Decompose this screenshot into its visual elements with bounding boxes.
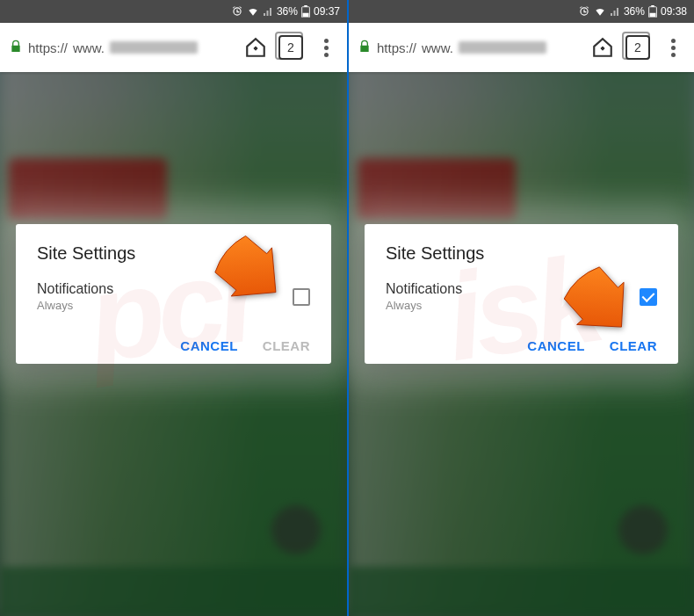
svg-rect-1 (304, 5, 307, 7)
url-scheme: https:// (377, 40, 416, 55)
setting-name: Notifications (37, 281, 113, 297)
status-bar: 36% 09:38 (349, 0, 694, 23)
menu-button[interactable] (657, 39, 689, 57)
signal-icon (610, 6, 620, 17)
phone-screenshot-left: 36% 09:37 https://www. 2 Site Settings N… (0, 0, 347, 616)
lock-icon (358, 40, 372, 56)
svg-rect-4 (651, 5, 654, 7)
battery-icon (301, 5, 310, 18)
wifi-icon (594, 5, 606, 18)
setting-value: Always (37, 299, 113, 312)
phone-screenshot-right: 36% 09:38 https://www. 2 Site Settings N… (347, 0, 694, 616)
url-host: www. (73, 40, 105, 55)
setting-name: Notifications (386, 281, 462, 297)
svg-rect-5 (649, 13, 655, 17)
url-redacted (110, 41, 198, 54)
annotation-arrow (206, 233, 286, 315)
home-button[interactable] (240, 32, 271, 63)
dialog-title: Site Settings (386, 243, 657, 264)
signal-icon (263, 6, 273, 17)
home-button[interactable] (587, 32, 618, 63)
lock-icon (9, 40, 23, 56)
setting-value: Always (386, 299, 462, 312)
browser-toolbar: https://www. 2 (349, 23, 694, 72)
url-redacted (459, 41, 546, 54)
browser-toolbar: https://www. 2 (0, 23, 347, 72)
clock-time: 09:37 (314, 5, 340, 18)
battery-pct: 36% (277, 5, 298, 18)
menu-button[interactable] (310, 39, 342, 57)
tabs-button[interactable]: 2 (278, 35, 303, 60)
cancel-button[interactable]: CANCEL (180, 338, 238, 353)
tab-count: 2 (287, 40, 294, 54)
url-bar[interactable]: https://www. (354, 32, 580, 63)
url-scheme: https:// (28, 40, 68, 55)
wifi-icon (247, 5, 259, 18)
url-bar[interactable]: https://www. (5, 32, 233, 63)
alarm-icon (231, 5, 243, 18)
clear-button[interactable]: CLEAR (263, 338, 310, 353)
annotation-arrow (555, 264, 634, 346)
svg-rect-2 (302, 13, 308, 17)
alarm-icon (578, 5, 590, 18)
tab-count: 2 (634, 40, 641, 54)
battery-pct: 36% (624, 5, 645, 18)
url-host: www. (422, 40, 453, 55)
notifications-checkbox[interactable] (640, 288, 657, 306)
dialog-actions: CANCEL CLEAR (37, 333, 310, 353)
tabs-button[interactable]: 2 (625, 35, 650, 60)
notifications-checkbox[interactable] (293, 288, 310, 306)
clock-time: 09:38 (661, 5, 687, 18)
status-bar: 36% 09:37 (0, 0, 347, 23)
battery-icon (648, 5, 657, 18)
